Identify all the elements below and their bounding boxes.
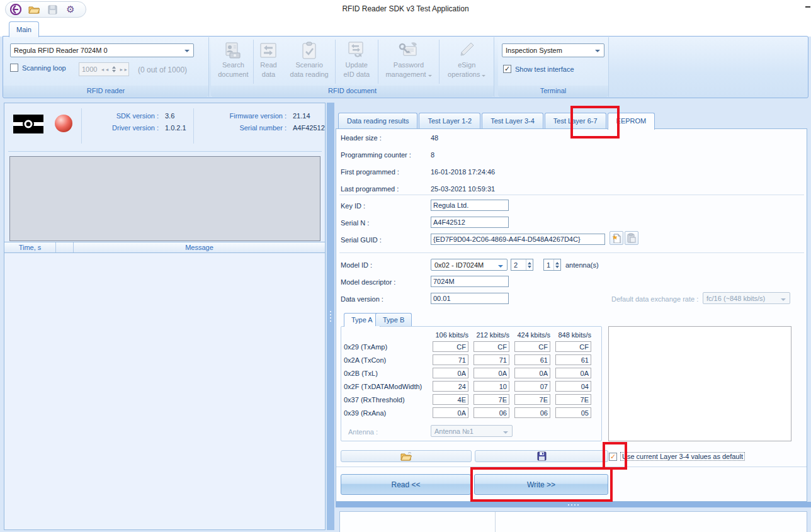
reg-0x2A-212[interactable] [474,354,509,365]
title-bar: ⚙ RFID Reader SDK v3 Test Application [0,0,811,19]
log-col-message[interactable]: Message [74,242,325,252]
paste-guid-button[interactable] [625,231,638,245]
rewind-icon[interactable]: ◄◄ [100,67,109,72]
use-default-label[interactable]: Use current Layer 3-4 values as default [620,452,745,461]
paste-icon [627,233,636,243]
save-eeprom-file-button[interactable] [475,450,608,462]
reg-0x2A-424[interactable] [514,354,550,365]
last-programmed-label: Last programmed : [341,185,399,193]
key-id-label: Key ID : [341,202,365,210]
scanning-loop-checkbox[interactable] [10,64,18,72]
bottom-results-panel [339,511,807,532]
reg-0x39-848[interactable] [555,407,591,418]
reg-0x2B-212[interactable] [474,368,509,378]
reg-0x39-106[interactable] [433,407,468,418]
tab-data-reading-results[interactable]: Data reading results [338,113,417,128]
row-label-0x29: 0x29 (TxAmp) [344,343,428,351]
reg-0x2F-106[interactable] [433,381,468,392]
forward-icon[interactable]: ►► [119,67,128,72]
first-programmed-label: First programmed : [341,168,399,176]
firmware-version-value: 21.14 [293,112,310,120]
reg-0x37-106[interactable] [433,394,468,405]
chevron-down-icon [428,75,432,77]
model-id-label: Model ID : [341,261,372,269]
tab-test-layer-1-2[interactable]: Test Layer 1-2 [419,113,480,128]
table-row: 0x29 (TxAmp) [344,340,602,353]
reg-0x2B-106[interactable] [433,368,468,378]
terminal-combo[interactable]: Inspection System [502,43,604,57]
programming-counter-value: 8 [431,151,434,159]
minimize-button[interactable] [805,6,810,8]
serial-guid-input[interactable] [431,234,605,245]
reg-0x29-848[interactable] [555,341,591,352]
scenario-data-reading-button[interactable]: Scenario data reading [283,37,335,85]
loop-spinner[interactable] [112,66,116,72]
reg-0x37-212[interactable] [474,394,509,405]
col-424-kbits: 424 kbits/s [514,331,550,339]
reader-status-panel: SDK version : 3.6 Driver version : 1.0.2… [4,103,326,530]
reg-0x29-424[interactable] [514,341,550,352]
reg-0x29-106[interactable] [433,341,468,352]
password-management-button[interactable]: Password management [378,37,440,85]
generate-guid-button[interactable] [610,231,623,245]
vertical-splitter[interactable] [327,103,334,530]
group-label-rfid-reader: RFID reader [3,86,208,97]
esign-operations-button[interactable]: eSign operations [440,37,494,85]
log-col-spacer[interactable] [56,242,74,252]
tab-type-a[interactable]: Type A [344,313,380,327]
serial-n-input[interactable] [431,217,509,228]
horizontal-splitter[interactable] [336,502,811,507]
antenna-count-spinner[interactable]: 1 [543,259,561,271]
tab-type-b[interactable]: Type B [375,313,412,326]
data-version-input[interactable] [431,293,509,304]
reg-0x2A-848[interactable] [555,354,591,365]
log-table-body[interactable] [4,253,325,529]
model-id-number-spinner[interactable]: 2 [511,259,533,271]
row-label-0x2F: 0x2F (TxDATAModWidth) [344,383,428,390]
tab-main[interactable]: Main [9,21,39,37]
key-id-input[interactable] [431,200,509,211]
open-eeprom-file-button[interactable] [341,450,472,462]
exchange-rate-label: Default data exchange rate : [611,295,698,303]
reg-0x39-424[interactable] [514,407,550,418]
antenna-combo-value: Antenna №1 [434,427,474,435]
antenna-combo[interactable]: Antenna №1 [431,425,513,437]
read-data-icon [258,41,279,60]
first-programmed-value: 16-01-2018 17:24:46 [431,168,495,176]
spinner-arrows[interactable] [553,259,560,270]
driver-version-label: Driver version : [86,124,159,132]
read-button[interactable]: Read << [341,474,471,495]
reg-0x2B-424[interactable] [514,368,550,378]
chevron-down-icon [184,50,190,52]
loop-count-control[interactable]: 1000 ◄◄ ►► [79,62,129,76]
log-col-time[interactable]: Time, s [4,242,56,252]
reg-0x2A-106[interactable] [433,354,468,365]
eeprom-listbox[interactable] [608,326,791,441]
reg-0x39-212[interactable] [474,407,509,418]
show-test-interface-checkbox[interactable]: ✓ [503,65,511,73]
reg-0x2F-424[interactable] [514,381,550,392]
reg-0x37-424[interactable] [514,394,550,405]
antenna-suffix-label: antenna(s) [565,261,599,269]
reg-0x2F-848[interactable] [555,381,591,392]
exchange-rate-combo[interactable]: fc/16 (~848 kbits/s) [703,292,790,304]
update-eid-data-button[interactable]: Update eID data [336,37,378,85]
scenario-data-reading-icon [298,41,320,60]
reg-0x29-212[interactable] [474,341,509,352]
reg-0x2B-848[interactable] [555,368,591,378]
reader-select-combo[interactable]: Regula RFID Reader 7024M 0 [10,43,194,57]
spinner-arrows[interactable] [526,259,533,270]
read-data-label-1: Read [260,61,276,69]
table-row: 0x2F (TxDATAModWidth) [344,380,602,393]
search-document-button[interactable]: Search document [213,37,253,85]
model-descriptor-input[interactable] [431,276,509,287]
loop-progress-text: (0 out of 1000) [138,65,187,74]
reg-0x37-848[interactable] [555,394,591,405]
reg-0x2F-212[interactable] [474,381,509,392]
read-data-button[interactable]: Read data [254,37,284,85]
model-id-combo[interactable]: 0x02 - ID7024M [431,259,508,271]
serial-guid-label: Serial GUID : [341,236,382,244]
ribbon-group-terminal: Inspection System ✓ Show test interface … [498,37,609,97]
divider [193,108,194,144]
tab-test-layer-3-4[interactable]: Test Layer 3-4 [482,113,543,128]
